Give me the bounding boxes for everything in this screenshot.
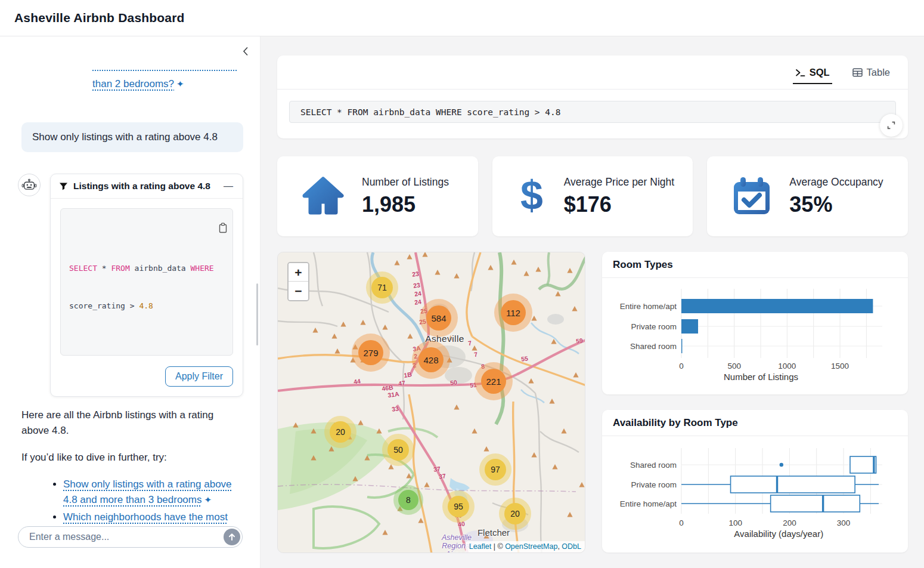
openstreetmap-link[interactable]: OpenStreetMap — [505, 542, 557, 551]
tab-sql[interactable]: SQL — [795, 55, 830, 89]
page-title: Asheville Airbnb Dashboard — [14, 11, 185, 25]
metrics-row: Number of Listings 1,985 $ Average Price… — [277, 156, 908, 236]
road-number-label: 2 — [413, 353, 417, 360]
map-cluster-marker[interactable]: 20 — [504, 503, 526, 524]
suggestion-item: Which neighborhoods have the most highly… — [63, 510, 243, 525]
availability-chart: Shared roomPrivate roomEntire home/apt01… — [602, 436, 908, 552]
svg-text:500: 500 — [727, 362, 741, 371]
suggestion-item: Show only listings with a rating above 4… — [63, 477, 243, 508]
sidebar-scrollbar[interactable] — [256, 283, 258, 345]
sql-code-block: SELECT * FROM airbnb_data WHERE score_ra… — [60, 208, 233, 356]
map-cluster-marker[interactable]: 20 — [330, 421, 351, 443]
map-cluster-marker[interactable]: 428 — [418, 347, 444, 372]
expand-button[interactable] — [880, 114, 903, 137]
road-number-label: 55 — [520, 354, 528, 363]
road-number-label: 3A — [413, 344, 421, 353]
map-cluster-marker[interactable]: 584 — [426, 305, 451, 331]
map-cluster-marker[interactable]: 71 — [371, 277, 393, 298]
road-number-label: 1B — [404, 371, 413, 379]
bot-avatar — [18, 174, 41, 196]
svg-text:0: 0 — [679, 518, 684, 527]
road-number-label: 24 — [414, 289, 421, 298]
arrow-up-icon — [228, 533, 236, 541]
sql-query-display[interactable]: SELECT * FROM airbnb_data WHERE score_ra… — [289, 101, 896, 123]
tab-table[interactable]: Table — [852, 55, 890, 89]
bot-message-row: Listings with a rating above 4.8 — SELEC… — [18, 174, 243, 397]
svg-text:Availability (days/year): Availability (days/year) — [734, 529, 823, 539]
odbl-link[interactable]: ODbL — [562, 542, 581, 551]
listings-map[interactable]: + − 7158411227942822120509789520Ashevill… — [277, 252, 585, 553]
filter-card: Listings with a rating above 4.8 — SELEC… — [50, 174, 243, 397]
calendar-check-icon — [732, 176, 771, 217]
room-types-card: Room Types Entire home/aptPrivate roomSh… — [602, 252, 908, 394]
suggestion-link[interactable]: Which neighborhoods have the most highly… — [63, 511, 228, 525]
response-paragraph: Here are all the Airbnb listings with a … — [21, 408, 243, 439]
sparkle-icon: ✦ — [204, 492, 212, 508]
road-number-label: 7 — [473, 351, 477, 359]
map-zoom-control: + − — [287, 262, 309, 301]
road-number-label: 7 — [467, 339, 472, 347]
road-number-label: 37 — [433, 465, 441, 473]
svg-text:Shared room: Shared room — [630, 461, 677, 470]
robot-icon — [20, 177, 38, 193]
map-cluster-marker[interactable]: 50 — [387, 439, 409, 461]
map-cluster-marker[interactable]: 8 — [398, 490, 418, 510]
map-cluster-marker[interactable]: 112 — [501, 300, 526, 325]
tab-table-label: Table — [867, 67, 890, 78]
road-number-label: 40 — [457, 520, 465, 528]
message-input[interactable] — [18, 526, 243, 548]
availability-card: Availability by Room Type Shared roomPri… — [602, 410, 908, 552]
filter-icon — [59, 182, 68, 191]
terminal-icon — [795, 68, 805, 77]
truncated-previous-message: than 2 bedrooms?✦ — [92, 70, 243, 90]
bot-response-text: Here are all the Airbnb listings with a … — [21, 408, 243, 525]
svg-text:Number of Listings: Number of Listings — [724, 372, 798, 382]
metric-value: 35% — [789, 192, 883, 217]
response-paragraph: If you’d like to dive in further, try: — [21, 450, 243, 465]
svg-text:300: 300 — [837, 518, 851, 527]
road-number-label: 23 — [413, 281, 420, 289]
minimize-button[interactable]: — — [222, 181, 234, 191]
road-number-label: 59 — [575, 337, 583, 345]
svg-text:$: $ — [520, 175, 543, 218]
suggestion-list: Show only listings with a rating above 4… — [21, 477, 243, 525]
availability-title: Availability by Room Type — [602, 410, 908, 436]
sparkle-icon: ✦ — [176, 79, 184, 89]
filter-card-header: Listings with a rating above 4.8 — — [51, 174, 243, 199]
query-toolbar-card: SQL Table SELECT * FROM airbnb_data WHER… — [277, 55, 908, 138]
road-number-label: 24 — [414, 298, 421, 306]
road-number-label: 2 — [412, 362, 416, 369]
dollar-icon: $ — [517, 175, 546, 218]
zoom-in-button[interactable]: + — [289, 263, 308, 282]
map-cluster-marker[interactable]: 279 — [358, 340, 383, 365]
road-number-label: 44 — [353, 377, 361, 385]
map-cluster-marker[interactable]: 97 — [485, 459, 506, 480]
metric-label: Average Price per Night — [564, 176, 674, 189]
apply-filter-button[interactable]: Apply Filter — [165, 366, 233, 387]
view-tabs: SQL Table — [277, 55, 908, 89]
svg-text:0: 0 — [679, 362, 684, 371]
room-types-title: Room Types — [602, 252, 908, 278]
map-place-label: Fletcher — [477, 527, 510, 538]
road-number-label: 25 — [418, 317, 426, 326]
map-cluster-marker[interactable]: 95 — [448, 496, 469, 517]
tab-sql-label: SQL — [810, 67, 830, 78]
metric-label: Number of Listings — [362, 176, 449, 189]
metric-value: $176 — [564, 192, 674, 217]
leaflet-link[interactable]: Leaflet — [469, 542, 492, 551]
chat-message-list: than 2 bedrooms?✦ Show only listings wit… — [0, 36, 260, 525]
expand-icon — [887, 121, 895, 129]
filter-card-title: Listings with a rating above 4.8 — [73, 181, 217, 192]
send-button[interactable] — [224, 529, 240, 545]
svg-text:1000: 1000 — [778, 362, 796, 371]
copy-button[interactable] — [187, 214, 228, 244]
chat-sidebar: than 2 bedrooms?✦ Show only listings wit… — [0, 36, 261, 568]
message-input-row — [18, 526, 243, 548]
metric-card-listings: Number of Listings 1,985 — [277, 156, 478, 236]
suggestion-link[interactable]: than 2 bedrooms? — [92, 78, 174, 89]
zoom-out-button[interactable]: − — [289, 282, 308, 300]
map-cluster-marker[interactable]: 221 — [481, 369, 506, 394]
svg-text:200: 200 — [783, 518, 796, 527]
svg-text:Entire home/apt: Entire home/apt — [620, 499, 677, 508]
road-number-label: 37 — [438, 472, 446, 480]
